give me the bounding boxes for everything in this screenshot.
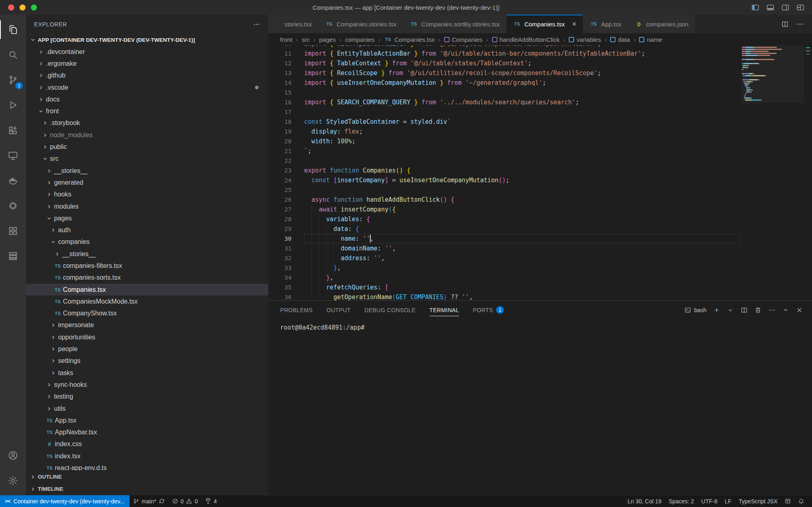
code-line-34[interactable]: 34 },: [268, 273, 812, 283]
panel-tab-ports[interactable]: PORTS1: [473, 301, 504, 319]
code-line-35[interactable]: 35 refetchQueries: [: [268, 283, 812, 292]
eol-status[interactable]: LF: [721, 495, 735, 507]
code-line-22[interactable]: 22: [268, 156, 812, 166]
activity-kubernetes-button[interactable]: [0, 218, 26, 244]
tree-file-Companies.tsx[interactable]: TSCompanies.tsx: [26, 284, 268, 296]
terminal[interactable]: root@0a42ecd84891:/app#: [268, 319, 812, 495]
window-controls[interactable]: [8, 0, 37, 15]
code-line-15[interactable]: 15: [268, 88, 812, 97]
toggle-primary-sidebar-icon[interactable]: [751, 3, 760, 12]
code-editor[interactable]: 10import { WithTopBarContainer } from '@…: [268, 45, 812, 300]
tree-folder-.devcontainer[interactable]: .devcontainer: [26, 46, 268, 58]
new-terminal-icon[interactable]: [713, 306, 720, 314]
code-line-21[interactable]: 21`;: [268, 146, 812, 156]
breadcrumb-item[interactable]: handleAddButtonClick: [492, 36, 560, 43]
tree-folder-node_modules[interactable]: node_modules: [26, 129, 268, 141]
tree-folder-settings[interactable]: settings: [26, 355, 268, 367]
editor-more-actions-icon[interactable]: [796, 20, 804, 28]
tab-Companies.sortBy.stories.tsx[interactable]: TSCompanies.sortBy.stories.tsx: [404, 15, 507, 33]
close-panel-icon[interactable]: [796, 306, 803, 314]
tree-file-App.tsx[interactable]: TSApp.tsx: [26, 414, 268, 426]
tree-file-AppNavbar.tsx[interactable]: TSAppNavbar.tsx: [26, 427, 268, 438]
tree-file-index.css[interactable]: #index.css: [26, 438, 268, 450]
breadcrumb-item[interactable]: data: [610, 36, 630, 43]
tree-folder-pages[interactable]: pages: [26, 212, 268, 224]
code-line-23[interactable]: 23export function Companies() {: [268, 166, 812, 175]
activity-extensions-button[interactable]: [0, 118, 26, 143]
minimap-slider[interactable]: [742, 45, 804, 103]
panel-tab-problems[interactable]: PROBLEMS: [280, 301, 313, 319]
tree-folder-generated[interactable]: generated: [26, 177, 268, 188]
tree-folder-opportunities[interactable]: opportunities: [26, 331, 268, 343]
breadcrumb-item[interactable]: variables: [569, 36, 601, 43]
kill-terminal-icon[interactable]: [754, 306, 762, 314]
tree-folder-companies[interactable]: companies: [26, 236, 268, 248]
tree-folder-__stories__[interactable]: __stories__: [26, 248, 268, 260]
code-line-20[interactable]: 20 width: 100%;: [268, 136, 812, 146]
indentation-status[interactable]: Spaces: 2: [665, 495, 698, 507]
activity-search-button[interactable]: [0, 42, 26, 67]
activity-remote-explorer-button[interactable]: [0, 143, 26, 168]
activity-settings-button[interactable]: [0, 468, 26, 493]
terminal-shell-selector[interactable]: bash: [684, 306, 706, 314]
tab-Companies.stories.tsx[interactable]: TSCompanies.stories.tsx: [319, 15, 404, 33]
code-line-16[interactable]: 16import { SEARCH_COMPANY_QUERY } from '…: [268, 97, 812, 107]
branch-status[interactable]: main*: [130, 495, 168, 507]
close-icon[interactable]: ×: [572, 20, 577, 28]
forwarded-ports-status[interactable]: 4: [201, 495, 220, 507]
minimize-window-button[interactable]: [19, 4, 26, 11]
tree-folder-.ergomake[interactable]: .ergomake: [26, 58, 268, 69]
editor-layout-icon[interactable]: [781, 495, 795, 507]
activity-docker-button[interactable]: [0, 168, 26, 193]
tree-file-CompaniesMockMode.tsx[interactable]: TSCompaniesMockMode.tsx: [26, 296, 268, 307]
tree-folder-.storybook[interactable]: .storybook: [26, 117, 268, 129]
cursor-position-status[interactable]: Ln 30, Col 19: [624, 495, 665, 507]
toggle-panel-icon[interactable]: [766, 3, 775, 12]
tree-folder-hooks[interactable]: hooks: [26, 189, 268, 201]
tree-folder-sync-hooks[interactable]: sync-hooks: [26, 379, 268, 390]
maximize-panel-icon[interactable]: [782, 306, 789, 314]
tree-folder-utils[interactable]: utils: [26, 403, 268, 414]
minimap[interactable]: [742, 45, 804, 300]
tree-file-index.tsx[interactable]: TSindex.tsx: [26, 450, 268, 462]
tree-folder-front[interactable]: front: [26, 105, 268, 117]
panel-tab-debug-console[interactable]: DEBUG CONSOLE: [365, 301, 416, 319]
breadcrumb-item[interactable]: Companies: [444, 36, 483, 43]
code-line-17[interactable]: 17: [268, 107, 812, 117]
problems-status[interactable]: 0 0: [168, 495, 202, 507]
language-mode-status[interactable]: TypeScript JSX: [735, 495, 781, 507]
breadcrumb-item[interactable]: src: [302, 36, 310, 43]
activity-remote-targets-button[interactable]: [0, 244, 26, 269]
breadcrumb-item[interactable]: TSCompanies.tsx: [384, 36, 434, 43]
tree-folder-auth[interactable]: auth: [26, 224, 268, 236]
tree-folder-modules[interactable]: modules: [26, 201, 268, 212]
more-actions-icon[interactable]: [253, 21, 260, 28]
tree-folder-.github[interactable]: .github: [26, 70, 268, 82]
code-line-12[interactable]: 12import { TableContext } from '@/ui/tab…: [268, 58, 812, 68]
customize-layout-icon[interactable]: [796, 3, 805, 12]
code-line-18[interactable]: 18const StyledTableContainer = styled.di…: [268, 117, 812, 127]
tree-folder-__stories__[interactable]: __stories__: [26, 165, 268, 177]
tree-file-companies-sorts.tsx[interactable]: TScompanies-sorts.tsx: [26, 272, 268, 284]
remote-indicator[interactable]: >< Container dev-twenty-dev (dev-twenty-…: [0, 495, 130, 507]
code-line-13[interactable]: 13import { RecoilScope } from '@/ui/util…: [268, 68, 812, 78]
split-editor-icon[interactable]: [781, 20, 789, 28]
notifications-bell-icon[interactable]: [795, 495, 808, 507]
encoding-status[interactable]: UTF-8: [698, 495, 721, 507]
sidebar-section-timeline[interactable]: TIMELINE: [26, 483, 268, 495]
tree-file-react-app-env.d.ts[interactable]: TSreact-app-env.d.ts: [26, 462, 268, 470]
tab-stories.tsx[interactable]: stories.tsx: [268, 15, 319, 33]
panel-more-actions-icon[interactable]: [768, 306, 775, 314]
tree-folder-tasks[interactable]: tasks: [26, 367, 268, 379]
panel-tab-terminal[interactable]: TERMINAL: [430, 301, 459, 319]
activity-dev-containers-button[interactable]: [0, 193, 26, 218]
overview-ruler[interactable]: [804, 45, 812, 300]
code-line-24[interactable]: 24 const [insertCompany] = useInsertOneC…: [268, 175, 812, 185]
code-line-25[interactable]: 25: [268, 185, 812, 195]
tree-folder-public[interactable]: public: [26, 141, 268, 153]
terminal-dropdown-icon[interactable]: [727, 306, 734, 314]
code-line-27[interactable]: 27 await insertCompany({: [268, 205, 812, 214]
code-line-33[interactable]: 33 },: [268, 263, 812, 273]
activity-run-and-debug-button[interactable]: [0, 93, 26, 118]
code-line-11[interactable]: 11import { EntityTableActionBar } from '…: [268, 49, 812, 58]
